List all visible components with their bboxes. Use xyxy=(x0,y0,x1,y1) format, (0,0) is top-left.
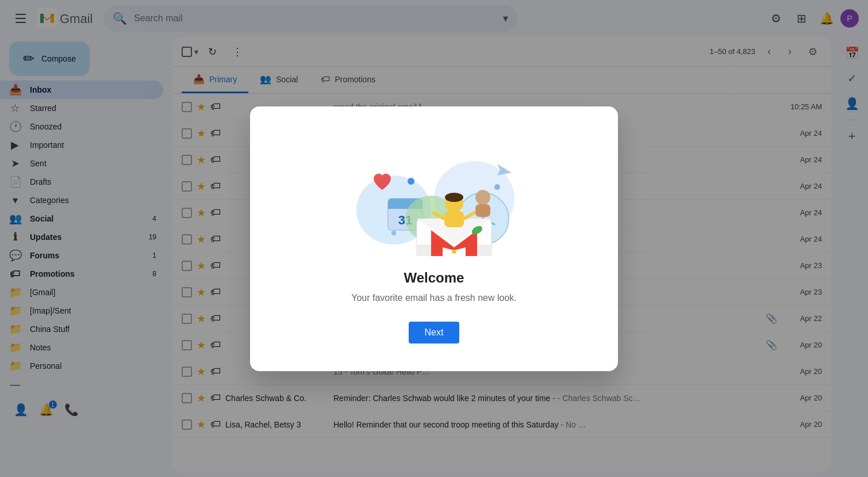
svg-point-24 xyxy=(475,190,490,205)
welcome-illustration: 31 xyxy=(342,129,526,256)
svg-point-28 xyxy=(494,184,500,190)
svg-point-29 xyxy=(391,231,396,235)
next-button[interactable]: Next xyxy=(409,322,460,344)
svg-rect-21 xyxy=(444,211,464,227)
modal-title: Welcome xyxy=(404,270,464,286)
svg-point-27 xyxy=(408,178,414,185)
modal-overlay[interactable]: 31 xyxy=(0,0,868,477)
svg-rect-25 xyxy=(475,204,490,217)
svg-point-26 xyxy=(445,193,463,202)
modal-subtitle: Your favorite email has a fresh new look… xyxy=(351,293,517,303)
welcome-modal: 31 xyxy=(250,106,618,371)
